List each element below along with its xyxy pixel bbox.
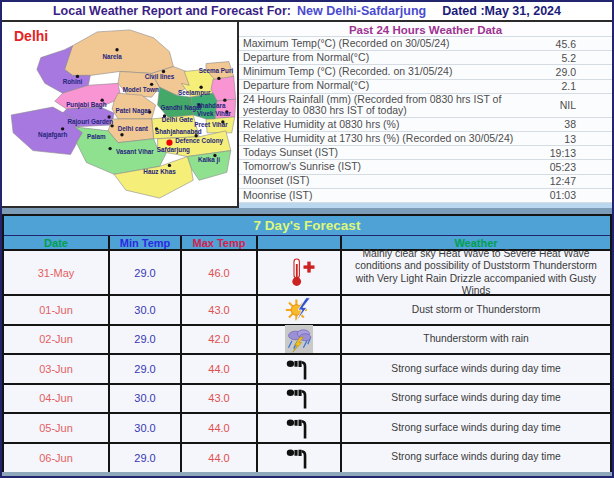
heat-wave-thermometer-icon — [258, 251, 342, 294]
map-label: Vivek Vihar — [197, 110, 231, 117]
forecast-section: 7 Day's Forecast Date Min Temp Max Temp … — [2, 214, 612, 472]
forecast-date: 05-Jun — [4, 414, 110, 442]
city-dot — [120, 133, 123, 136]
row-value: 05:23 — [516, 161, 612, 173]
row-label: Minimum Temp (°C) (Recorded. on 31/05/24… — [239, 66, 516, 78]
table-row: 24 Hours Rainfall (mm) (Recorded from 08… — [239, 93, 612, 117]
forecast-min-temp: 29.0 — [110, 444, 182, 472]
windsock-icon — [258, 414, 342, 442]
row-label: Moonrise (IST) — [239, 190, 516, 202]
forecast-row: 04-Jun 30.0 43.0 Strong surface winds du… — [4, 385, 610, 415]
row-value: 19:13 — [516, 147, 612, 159]
forecast-min-temp: 29.0 — [110, 251, 182, 294]
row-label: Todays Sunset (IST) — [239, 147, 516, 159]
map-title: Delhi — [14, 28, 48, 44]
windsock-icon — [258, 385, 342, 413]
thunderstorm-rain-icon — [258, 326, 342, 354]
city-dot — [217, 77, 220, 80]
forecast-description: Strong surface winds during day time — [342, 414, 610, 442]
table-row: Moonrise (IST)01:03 — [239, 188, 612, 202]
table-row: Minimum Temp (°C) (Recorded. on 31/05/24… — [239, 64, 612, 78]
forecast-description: Strong surface winds during day time — [342, 385, 610, 413]
forecast-description: Mainly clear sky Heat Wave to Severe Hea… — [342, 251, 610, 294]
map-label: Punjabi Bagh — [66, 101, 107, 109]
forecast-row: 03-Jun 29.0 44.0 Strong surface winds du… — [4, 355, 610, 385]
row-value: 29.0 — [516, 66, 612, 78]
map-label: Vasant Vihar — [116, 148, 154, 155]
page-title: Local Weather Report and Forecast For: N… — [2, 2, 612, 22]
past24-panel: Past 24 Hours Weather Data Maximum Temp(… — [239, 22, 612, 206]
map-label: Rohini — [63, 78, 83, 85]
column-header-max-temp: Max Temp — [182, 236, 258, 249]
forecast-max-temp: 46.0 — [182, 251, 258, 294]
windsock-icon — [258, 355, 342, 383]
forecast-min-temp: 30.0 — [110, 385, 182, 413]
windsock-icon — [258, 444, 342, 472]
table-row: Relative Humidity at 0830 hrs (%)38 — [239, 117, 612, 131]
map-label: Safdarjung — [157, 146, 190, 154]
forecast-date: 03-Jun — [4, 355, 110, 383]
map-label: Delhi Gate — [162, 116, 194, 123]
table-row: Maximum Temp(°C) (Recorded on 30/05/24)4… — [239, 36, 612, 50]
row-label: Relative Humidity at 1730 hrs (%) (Recor… — [239, 133, 516, 145]
table-footer-band — [239, 202, 612, 208]
map-label: Rajouri Garden — [67, 118, 113, 126]
row-label: Maximum Temp(°C) (Recorded on 30/05/24) — [239, 38, 516, 50]
forecast-row: 01-Jun 30.0 43.0 Dust storm or Thunderst… — [4, 296, 610, 326]
map-label: Model Town — [123, 86, 159, 93]
row-label: Relative Humidity at 0830 hrs (%) — [239, 119, 516, 131]
forecast-date: 04-Jun — [4, 385, 110, 413]
forecast-max-temp: 42.0 — [182, 326, 258, 354]
forecast-min-temp: 29.0 — [110, 355, 182, 383]
forecast-row: 06-Jun 29.0 44.0 Strong surface winds du… — [4, 444, 610, 472]
delhi-map-panel: Delhi — [2, 22, 239, 206]
forecast-description: Dust storm or Thunderstorm — [342, 296, 610, 324]
forecast-table: 31-May 29.0 46.0 Mainly clear sky Heat W… — [4, 251, 610, 472]
forecast-description: Strong surface winds during day time — [342, 444, 610, 472]
forecast-date: 02-Jun — [4, 326, 110, 354]
row-value: 13 — [516, 133, 612, 145]
map-label: Narela — [102, 53, 122, 60]
row-value: 38 — [516, 118, 612, 130]
forecast-min-temp: 29.0 — [110, 326, 182, 354]
map-label: Defence Colony — [175, 137, 223, 145]
weather-report-page: Local Weather Report and Forecast For: N… — [0, 0, 614, 478]
title-prefix: Local Weather Report and Forecast For: — [53, 4, 291, 18]
map-label: Seelampur — [178, 89, 211, 97]
map-label: Gandhi Nagar — [161, 104, 203, 112]
forecast-max-temp: 43.0 — [182, 296, 258, 324]
map-label: Palam — [87, 133, 106, 140]
city-dot — [108, 147, 111, 150]
row-value: 12:47 — [516, 175, 612, 187]
delhi-district-map: Narela Rohini Civil lines Model Town See… — [2, 22, 237, 206]
column-header-date: Date — [4, 236, 110, 249]
row-value: NIL — [516, 99, 612, 111]
station-name: New Delhi-Safdarjung — [297, 4, 426, 18]
forecast-date: 01-Jun — [4, 296, 110, 324]
forecast-row: 02-Jun 29.0 42.0 — [4, 326, 610, 356]
forecast-description: Strong surface winds during day time — [342, 355, 610, 383]
city-dot — [115, 48, 118, 51]
map-label: Patel Nagar — [115, 107, 150, 115]
map-label: Kalka ji — [198, 156, 220, 164]
dust-storm-thunderstorm-icon — [258, 296, 342, 324]
column-header-min-temp: Min Temp — [110, 236, 182, 249]
table-row: Todays Sunset (IST)19:13 — [239, 145, 612, 159]
map-label: Najafgarh — [38, 131, 67, 139]
row-label: 24 Hours Rainfall (mm) (Recorded from 08… — [239, 94, 516, 117]
past24-title: Past 24 Hours Weather Data — [239, 22, 612, 36]
row-label: Departure from Normal(°C) — [239, 52, 516, 64]
row-label: Moonset (IST) — [239, 175, 516, 187]
map-label: Civil lines — [145, 73, 175, 80]
column-header-icon — [258, 236, 342, 249]
row-value: 01:03 — [516, 189, 612, 201]
past24-table: Maximum Temp(°C) (Recorded on 30/05/24)4… — [239, 36, 612, 208]
map-label: Hauz Khas — [143, 168, 176, 175]
map-label: Shahjahanabad — [155, 128, 202, 136]
table-row: Tomorrow's Sunrise (IST)05:23 — [239, 159, 612, 173]
table-row: Relative Humidity at 1730 hrs (%) (Recor… — [239, 131, 612, 145]
forecast-row: 05-Jun 30.0 44.0 Strong surface winds du… — [4, 414, 610, 444]
city-dot — [168, 164, 171, 167]
top-section: Delhi — [2, 22, 612, 208]
row-value: 45.6 — [516, 38, 612, 50]
